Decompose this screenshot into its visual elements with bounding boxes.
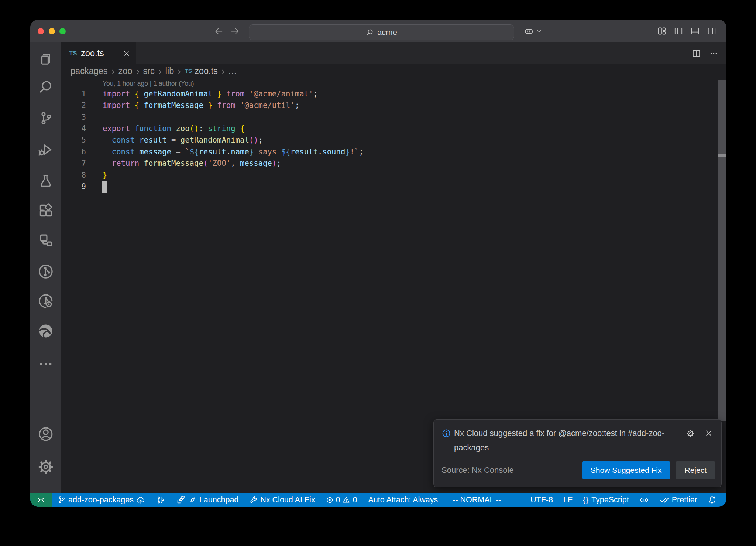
breadcrumb-item-file[interactable]: TSzoo.ts	[185, 66, 218, 76]
activity-bar-item-gitlens[interactable]	[37, 263, 55, 280]
more-actions-icon[interactable]	[709, 49, 718, 58]
status-item-eol[interactable]: LF	[563, 495, 573, 505]
breadcrumb-item-src[interactable]: src	[143, 66, 155, 76]
status-item-launchpad[interactable]: Launchpad	[176, 495, 238, 505]
code-line-4[interactable]: 4export function zoo(): string {	[61, 123, 726, 134]
code-token: name	[231, 147, 249, 156]
status-item-language[interactable]: {}TypeScript	[583, 495, 629, 505]
status-item-auto-attach[interactable]: Auto Attach: Always	[368, 495, 438, 505]
status-item-notifications[interactable]	[708, 495, 717, 504]
breadcrumb-item-packages[interactable]: packages	[71, 66, 108, 76]
code-token: 'ZOO'	[208, 159, 231, 168]
code-line-8[interactable]: 8}	[61, 170, 726, 181]
panel-right-icon[interactable]	[707, 26, 717, 36]
line-content: }	[103, 170, 107, 181]
code-token: (	[203, 159, 208, 168]
status-item-copilot[interactable]	[639, 495, 649, 505]
breadcrumb-item-symbol[interactable]: ...	[228, 66, 237, 76]
line-number: 5	[61, 134, 86, 146]
code-token: {	[135, 89, 144, 98]
activity-bar-item-testing[interactable]	[37, 172, 55, 190]
activity-bar-item-source-control[interactable]	[37, 109, 55, 127]
activity-bar-item-more-views[interactable]	[37, 355, 55, 373]
code-line-9[interactable]: 9	[61, 181, 726, 192]
notification-actions: Show Suggested FixReject	[582, 461, 715, 479]
code-token: message	[240, 159, 272, 168]
line-number: 3	[61, 112, 86, 123]
activity-bar-item-gitlens-inspect[interactable]	[37, 292, 55, 310]
beaker-icon	[38, 173, 54, 189]
cloud-upload-icon	[136, 495, 145, 505]
status-item-nx-cloud-ai-fix[interactable]: Nx Cloud AI Fix	[250, 495, 315, 505]
editor-scrollbar[interactable]	[718, 80, 726, 421]
wrench-icon	[250, 496, 258, 504]
split-editor-icon[interactable]	[692, 49, 701, 58]
status-item-prettier[interactable]: Prettier	[659, 495, 697, 505]
vscode-window: acme TS zoo.ts packageszoosrcli	[30, 20, 726, 507]
code-token: .	[318, 147, 322, 156]
code-token: }	[213, 89, 222, 98]
code-line-2[interactable]: 2import { formatMessage } from '@acme/ut…	[61, 100, 726, 111]
rocket-icon	[176, 495, 186, 505]
panel-bottom-icon[interactable]	[690, 26, 700, 36]
customize-layout-icon[interactable]	[657, 26, 667, 36]
notification-configure-icon[interactable]	[686, 429, 695, 438]
forward-icon[interactable]	[230, 26, 240, 36]
breadcrumb-item-lib[interactable]: lib	[165, 66, 174, 76]
code-token: ;	[313, 89, 317, 98]
zoom-window-button[interactable]	[59, 28, 66, 34]
command-center-search[interactable]: acme	[249, 24, 514, 40]
activity-bar-item-search[interactable]	[37, 78, 55, 96]
status-item-problems[interactable]: 00	[326, 495, 357, 505]
activity-bar-item-run-debug[interactable]	[37, 141, 55, 158]
code-lens-blame[interactable]: You, 1 hour ago | 1 author (You)	[61, 78, 726, 88]
tab-zoo-ts[interactable]: TS zoo.ts	[61, 42, 136, 64]
activity-bar-item-nx-console[interactable]	[37, 231, 55, 249]
status-left: add-zoo-packagesLaunchpadNx Cloud AI Fix…	[58, 495, 438, 505]
remote-indicator[interactable]	[30, 493, 52, 507]
account-icon	[38, 426, 54, 442]
code-line-1[interactable]: 1import { getRandomAnimal } from '@acme/…	[61, 88, 726, 100]
braces-icon: {}	[583, 495, 589, 504]
code-line-3[interactable]: 3	[61, 112, 726, 123]
show-suggested-fix-button[interactable]: Show Suggested Fix	[582, 461, 670, 479]
panel-left-icon[interactable]	[674, 26, 683, 36]
code-token: function	[135, 124, 176, 133]
code-token: ,	[231, 159, 240, 168]
breadcrumb-item-zoo[interactable]: zoo	[118, 66, 133, 76]
debug-icon	[38, 141, 54, 158]
status-item-vim-mode[interactable]: -- NORMAL --	[453, 495, 501, 505]
minimize-window-button[interactable]	[49, 28, 55, 34]
code-token: !`	[350, 147, 359, 156]
line-content: import { formatMessage } from '@acme/uti…	[103, 100, 299, 111]
git-branch-icon	[58, 496, 66, 504]
code-token: getRandomAnimal	[144, 89, 213, 98]
status-item-commit-graph[interactable]	[157, 496, 165, 504]
status-item-label: Nx Cloud AI Fix	[260, 495, 315, 505]
copilot-menu[interactable]	[524, 20, 542, 42]
notification-message: Nx Cloud suggested a fix for @acme/zoo:t…	[454, 426, 684, 455]
line-content: export function zoo(): string {	[103, 123, 244, 134]
notification-close-icon[interactable]	[704, 429, 713, 438]
status-item-branch[interactable]: add-zoo-packages	[58, 495, 145, 505]
back-icon[interactable]	[214, 26, 224, 36]
status-item-encoding[interactable]: UTF-8	[530, 495, 553, 505]
activity-bar-item-settings[interactable]	[37, 458, 55, 476]
code-line-7[interactable]: 7 return formatMessage('ZOO', message);	[61, 158, 726, 169]
code-token: return	[112, 159, 144, 168]
activity-bar-item-extensions[interactable]	[37, 202, 55, 219]
status-item-label: add-zoo-packages	[68, 495, 134, 505]
title-bar: acme	[30, 20, 726, 42]
reject-button[interactable]: Reject	[676, 461, 715, 479]
code-line-6[interactable]: 6 const message = `${result.name} says $…	[61, 146, 726, 158]
activity-bar-item-edge-tools[interactable]	[37, 322, 55, 340]
activity-bar-item-explorer[interactable]	[37, 50, 55, 68]
close-tab-icon[interactable]	[123, 50, 130, 57]
notification-source: Source: Nx Console	[441, 465, 514, 475]
code-token: const	[112, 136, 139, 144]
code-line-5[interactable]: 5 const result = getRandomAnimal();	[61, 134, 726, 146]
activity-bar-item-accounts[interactable]	[37, 425, 55, 443]
search-icon	[38, 79, 54, 95]
code-token: from	[213, 101, 240, 110]
close-window-button[interactable]	[38, 28, 44, 34]
